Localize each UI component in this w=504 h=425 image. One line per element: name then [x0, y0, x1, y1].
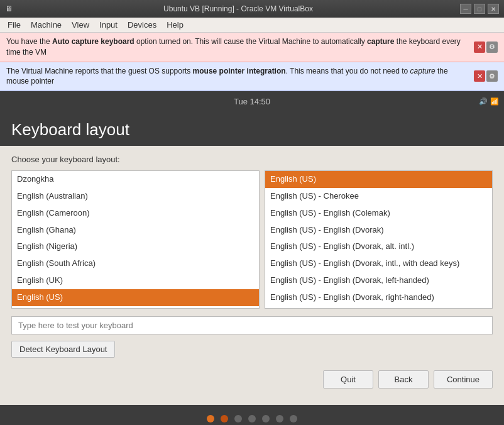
- kb-lists: Dzongkha English (Australian) English (C…: [11, 170, 493, 309]
- progress-dot-6: [276, 415, 283, 422]
- notif-mouse-settings-button[interactable]: ⚙: [486, 70, 498, 82]
- list-item[interactable]: English (US) - English (Dvorak, left-han…: [265, 272, 492, 289]
- quit-button[interactable]: Quit: [323, 370, 373, 389]
- progress-dot-3: [234, 415, 242, 422]
- minimize-button[interactable]: ─: [460, 4, 471, 14]
- kb-page-header: Keyboard layout: [0, 111, 504, 146]
- notification-mouse: The Virtual Machine reports that the gue…: [0, 62, 504, 92]
- list-item[interactable]: English (US) - English (Dvorak, right-ha…: [265, 289, 492, 306]
- vm-status-icons: 🔊 📶: [479, 97, 499, 106]
- list-item[interactable]: English (US) - English (Dvorak, alt. int…: [265, 238, 492, 255]
- notif-keyboard-close-button[interactable]: ✕: [474, 41, 485, 53]
- menu-devices[interactable]: Devices: [123, 19, 162, 31]
- list-item[interactable]: Dzongkha: [12, 171, 259, 188]
- list-item[interactable]: English (Nigeria): [12, 238, 259, 255]
- notification-keyboard: You have the Auto capture keyboard optio…: [0, 33, 504, 62]
- list-item[interactable]: English (US) - Cherokee: [265, 188, 492, 205]
- kb-action-buttons: Quit Back Continue: [11, 370, 493, 394]
- continue-button[interactable]: Continue: [434, 370, 493, 389]
- vm-top-strip: Tue 14:50 🔊 📶: [0, 91, 504, 111]
- kb-layout-left-list[interactable]: Dzongkha English (Australian) English (C…: [11, 170, 260, 309]
- menu-help[interactable]: Help: [162, 19, 189, 31]
- list-item[interactable]: English (US) - English (Dvorak): [265, 222, 492, 239]
- list-item[interactable]: English (UK): [12, 272, 259, 289]
- detect-keyboard-layout-button[interactable]: Detect Keyboard Layout: [11, 341, 115, 358]
- window-controls: ─ □ ✕: [460, 4, 499, 14]
- list-item[interactable]: English (Ghana): [12, 222, 259, 239]
- list-item[interactable]: English (Cameroon): [12, 205, 259, 222]
- list-item[interactable]: English (Australian): [12, 188, 259, 205]
- title-bar: 🖥 Ubuntu VB [Running] - Oracle VM Virtua…: [0, 0, 504, 18]
- menu-view[interactable]: View: [67, 19, 94, 31]
- list-item[interactable]: English (South Africa): [12, 255, 259, 272]
- menu-file[interactable]: File: [3, 19, 26, 31]
- progress-dots: [0, 405, 504, 425]
- kb-instruction: Choose your keyboard layout:: [11, 155, 493, 164]
- maximize-button[interactable]: □: [474, 4, 485, 14]
- window-title: Ubuntu VB [Running] - Oracle VM VirtualB…: [16, 4, 460, 13]
- app-icon: 🖥: [5, 4, 13, 13]
- progress-dot-7: [290, 415, 297, 422]
- notif-mouse-close-button[interactable]: ✕: [474, 70, 485, 82]
- kb-body: Choose your keyboard layout: Dzongkha En…: [0, 146, 504, 405]
- list-item-selected[interactable]: English (US): [12, 289, 259, 306]
- menu-bar: File Machine View Input Devices Help: [0, 18, 504, 33]
- notif-keyboard-settings-button[interactable]: ⚙: [486, 41, 498, 53]
- progress-dot-5: [262, 415, 270, 422]
- back-button[interactable]: Back: [378, 370, 429, 389]
- progress-dot-1: [207, 415, 214, 422]
- kb-layout-right-list[interactable]: English (US) English (US) - Cherokee Eng…: [265, 170, 493, 309]
- menu-machine[interactable]: Machine: [26, 19, 67, 31]
- progress-dot-2: [221, 415, 228, 422]
- page-title: Keyboard layout: [11, 120, 493, 140]
- close-button[interactable]: ✕: [488, 4, 499, 14]
- list-item[interactable]: English (US) - English (Dvorak, intl., w…: [265, 255, 492, 272]
- notif-mouse-text: The Virtual Machine reports that the gue…: [6, 66, 470, 87]
- progress-dot-4: [248, 415, 256, 422]
- list-item[interactable]: Esperanto: [12, 306, 259, 309]
- keyboard-test-input[interactable]: [11, 316, 493, 334]
- vm-time: Tue 14:50: [234, 97, 270, 106]
- list-item[interactable]: English (US) - English (Colemak): [265, 205, 492, 222]
- list-item-selected-right[interactable]: English (US): [265, 171, 492, 188]
- list-item[interactable]: English (US) - English (Macintosh): [265, 306, 492, 309]
- menu-input[interactable]: Input: [94, 19, 123, 31]
- notif-keyboard-text: You have the Auto capture keyboard optio…: [6, 36, 470, 58]
